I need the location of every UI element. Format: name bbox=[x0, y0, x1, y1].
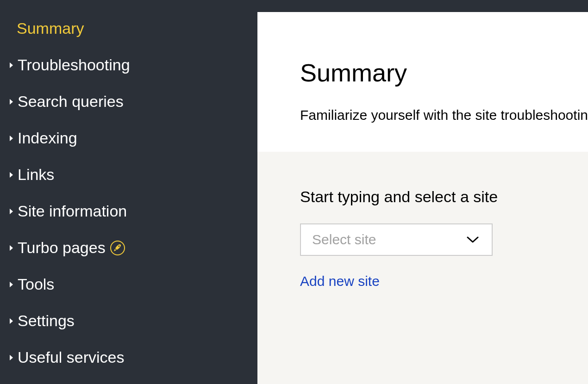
page-title: Summary bbox=[300, 58, 588, 87]
sidebar-item-label: Indexing bbox=[18, 129, 77, 147]
sidebar-item-summary[interactable]: Summary bbox=[8, 19, 257, 37]
caret-right-icon bbox=[8, 354, 15, 361]
page-subtitle: Familiarize yourself with the site troub… bbox=[300, 107, 588, 123]
caret-right-icon bbox=[8, 281, 15, 288]
sidebar-item-useful-services[interactable]: Useful services bbox=[8, 348, 257, 366]
sidebar-item-turbo-pages[interactable]: Turbo pages bbox=[8, 239, 257, 257]
select-placeholder: Select site bbox=[312, 232, 376, 248]
site-select[interactable]: Select site bbox=[300, 223, 493, 256]
sidebar: Summary Troubleshooting Search queries I… bbox=[0, 0, 257, 384]
caret-right-icon bbox=[8, 318, 15, 324]
caret-right-icon bbox=[8, 135, 15, 142]
caret-right-icon bbox=[8, 208, 15, 215]
sidebar-item-tools[interactable]: Tools bbox=[8, 275, 257, 293]
sidebar-item-site-information[interactable]: Site information bbox=[8, 202, 257, 220]
rocket-icon bbox=[110, 241, 125, 255]
sidebar-item-settings[interactable]: Settings bbox=[8, 312, 257, 330]
caret-right-icon bbox=[8, 99, 15, 105]
sidebar-item-label: Turbo pages bbox=[18, 239, 106, 257]
main-header: Summary Familiarize yourself with the si… bbox=[257, 12, 588, 152]
sidebar-item-label: Site information bbox=[18, 202, 127, 220]
sidebar-item-troubleshooting[interactable]: Troubleshooting bbox=[8, 56, 257, 74]
main-content: Summary Familiarize yourself with the si… bbox=[257, 0, 588, 384]
sidebar-item-indexing[interactable]: Indexing bbox=[8, 129, 257, 147]
sidebar-item-links[interactable]: Links bbox=[8, 166, 257, 184]
top-gap bbox=[257, 0, 588, 12]
svg-point-1 bbox=[118, 245, 119, 247]
sidebar-item-label: Useful services bbox=[18, 348, 125, 366]
main-body: Start typing and select a site Select si… bbox=[257, 152, 588, 384]
caret-right-icon bbox=[8, 172, 15, 178]
sidebar-item-label: Search queries bbox=[18, 93, 124, 111]
caret-right-icon bbox=[8, 62, 15, 68]
sidebar-item-label: Summary bbox=[8, 19, 84, 37]
sidebar-item-search-queries[interactable]: Search queries bbox=[8, 93, 257, 111]
select-prompt: Start typing and select a site bbox=[300, 188, 588, 206]
sidebar-item-label: Troubleshooting bbox=[18, 56, 130, 74]
sidebar-item-label: Links bbox=[18, 166, 54, 184]
sidebar-item-label: Settings bbox=[18, 312, 75, 330]
chevron-down-icon bbox=[467, 236, 479, 243]
add-new-site-link[interactable]: Add new site bbox=[300, 273, 380, 289]
sidebar-item-label: Tools bbox=[18, 275, 54, 293]
caret-right-icon bbox=[8, 245, 15, 251]
